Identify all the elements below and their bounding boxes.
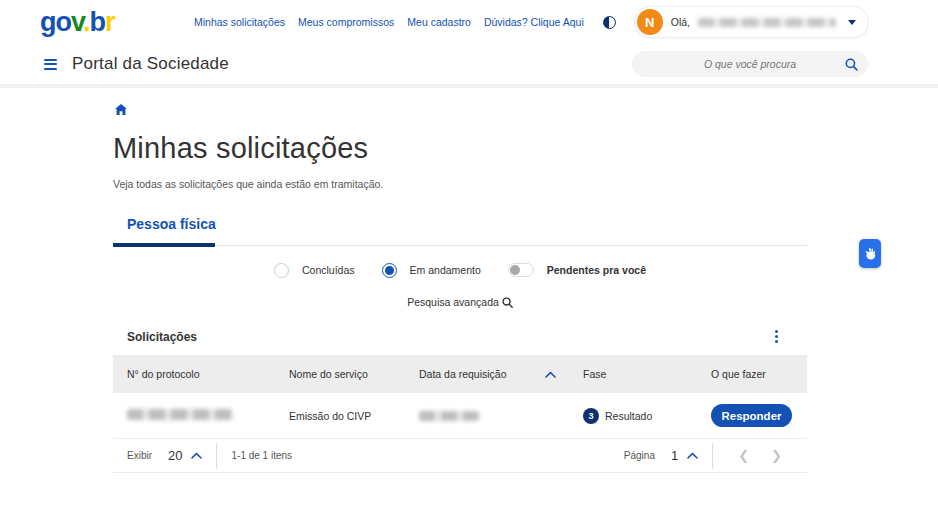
prev-page-icon[interactable]: ❮ (727, 448, 760, 463)
header: gov.br Minhas solicitações Meus compromi… (0, 0, 938, 88)
tab-active-underline (113, 243, 215, 247)
user-menu[interactable]: N Olá, (635, 7, 868, 37)
responder-button[interactable]: Responder (711, 404, 792, 427)
hand-icon (863, 246, 877, 261)
nav-minhas-solicitacoes[interactable]: Minhas solicitações (194, 16, 285, 28)
kebab-menu-icon[interactable] (771, 328, 782, 345)
divider (216, 443, 217, 469)
avatar: N (637, 9, 663, 35)
column-header-data: Data da requisição (419, 368, 507, 380)
column-header-fase: Fase (583, 368, 711, 380)
logo-letter: o (56, 7, 72, 37)
radio-concluidas-label: Concluídas (302, 264, 355, 276)
page-title: Minhas solicitações (113, 132, 807, 165)
phase-step-badge: 3 (583, 408, 599, 424)
column-header-protocolo: N° do protocolo (127, 368, 289, 380)
nav-duvidas[interactable]: Dúvidas? Clique Aqui (484, 16, 584, 28)
chevron-down-icon (848, 20, 856, 25)
logo-letter: g (40, 7, 56, 37)
table-footer: Exibir 20 1-1 de 1 itens Página 1 ❮ ❯ (113, 439, 807, 473)
logo-letter: r (105, 7, 115, 37)
user-name-redacted (698, 18, 836, 27)
next-page-icon[interactable]: ❯ (760, 448, 793, 463)
radio-concluidas[interactable] (274, 263, 289, 278)
header-top-row: gov.br Minhas solicitações Meus compromi… (0, 0, 938, 44)
sort-asc-icon[interactable] (545, 371, 556, 378)
divider (712, 443, 713, 469)
page-size-value[interactable]: 20 (168, 448, 182, 463)
radio-em-andamento-label: Em andamento (410, 264, 481, 276)
table-row: Emissão do CIVP 3 Resultado Responder (113, 393, 807, 439)
logo-letter: v (71, 7, 83, 37)
page-subtitle: Veja todas as solicitações que ainda est… (113, 178, 807, 190)
menu-icon[interactable] (44, 59, 57, 70)
search-box (632, 51, 868, 77)
tab-pessoa-fisica[interactable]: Pessoa física (113, 212, 230, 236)
table-header: N° do protocolo Nome do serviço Data da … (113, 355, 807, 393)
toggle-pendentes-label: Pendentes pra você (547, 264, 646, 276)
top-nav: Minhas solicitações Meus compromissos Me… (194, 7, 868, 37)
items-range: 1-1 de 1 itens (231, 450, 292, 461)
page-size-chevron-icon[interactable] (191, 452, 202, 459)
advanced-search-link[interactable]: Pesquisa avançada (113, 296, 807, 308)
logo-letter: b (90, 7, 106, 37)
pagina-label: Página (624, 450, 655, 461)
nav-meu-cadastro[interactable]: Meu cadastro (407, 16, 471, 28)
page-number-chevron-icon[interactable] (687, 452, 698, 459)
date-redacted (419, 411, 479, 421)
search-icon (502, 297, 513, 308)
page-number-value[interactable]: 1 (671, 448, 678, 463)
search-input[interactable] (665, 58, 835, 70)
tab-bar: Pessoa física (113, 212, 807, 246)
user-greeting: Olá, (671, 16, 690, 28)
contrast-icon[interactable] (603, 16, 616, 29)
search-icon[interactable] (845, 57, 858, 75)
home-icon[interactable] (113, 101, 127, 119)
main-content: Minhas solicitações Veja todas as solici… (113, 88, 807, 473)
header-bottom-row: Portal da Sociedade (0, 44, 938, 84)
column-header-acao: O que fazer (711, 368, 807, 380)
service-name: Emissão do CIVP (289, 410, 419, 422)
vlibras-accessibility-button[interactable] (859, 239, 881, 268)
section-header: Solicitações (113, 328, 807, 345)
portal-title: Portal da Sociedade (72, 54, 229, 74)
column-header-servico: Nome do serviço (289, 368, 419, 380)
advanced-search-label: Pesquisa avançada (407, 296, 499, 308)
govbr-logo[interactable]: gov.br (40, 9, 115, 36)
phase-label: Resultado (605, 410, 652, 422)
protocol-redacted (127, 409, 233, 420)
nav-meus-compromissos[interactable]: Meus compromissos (298, 16, 394, 28)
status-filters: Concluídas Em andamento Pendentes pra vo… (113, 262, 807, 278)
exibir-label: Exibir (127, 450, 152, 461)
radio-em-andamento[interactable] (382, 263, 397, 278)
toggle-pendentes[interactable] (508, 263, 534, 277)
section-title: Solicitações (127, 330, 197, 344)
